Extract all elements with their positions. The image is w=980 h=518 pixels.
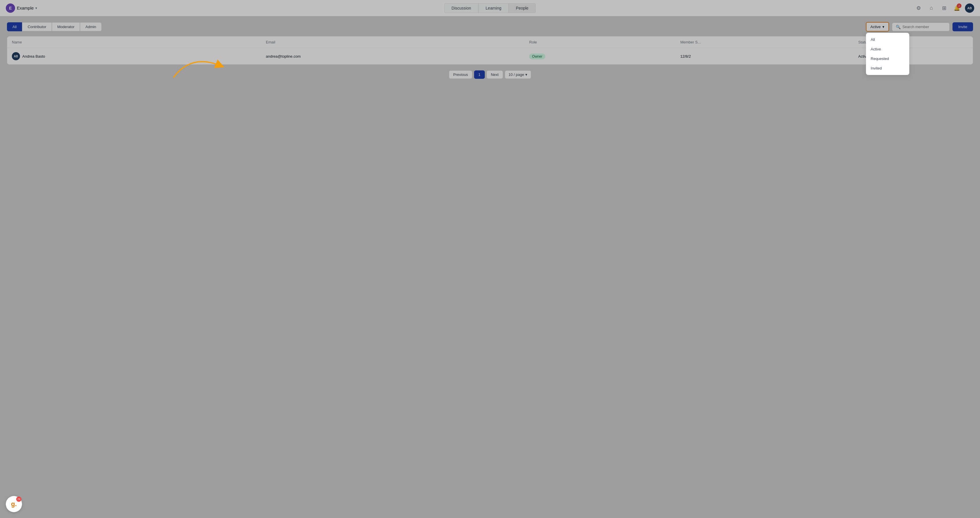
members-table-container: Name Email Role Member S... Status AB An… [7,36,973,65]
page-1-button[interactable]: 1 [474,70,485,79]
filter-bar: All Contributor Moderator Admin Active ▾… [7,22,973,32]
gear-button[interactable]: ⚙ [914,3,923,13]
topbar-right: ⚙ ⌂ ⊞ 🔔 2 AB [490,3,974,13]
invite-button[interactable]: Invite [953,22,973,31]
main-content: All Contributor Moderator Admin Active ▾… [0,16,980,90]
filter-tab-moderator[interactable]: Moderator [52,22,80,31]
col-role: Role [525,37,676,48]
dropdown-item-active[interactable]: Active [866,44,909,54]
topbar-left: E Example ▾ [6,3,490,13]
search-box: 🔍 [892,22,950,31]
badge-icon: g. [11,500,17,508]
home-button[interactable]: ⌂ [927,3,936,13]
pagination: Previous 1 Next 10 / page ▾ [7,65,973,84]
gear-icon: ⚙ [916,5,921,11]
user-avatar[interactable]: AB [965,3,974,13]
filter-right: Active ▾ All Active Requested Invited 🔍 … [866,22,973,32]
search-input[interactable] [902,25,946,29]
status-dropdown-menu: All Active Requested Invited [866,33,909,75]
status-dropdown-button[interactable]: Active ▾ [866,22,889,32]
nav-tabs: Discussion Learning People [444,3,536,13]
grid-button[interactable]: ⊞ [939,3,949,13]
role-badge: Owner [529,54,545,59]
member-name-cell: AB Andrea Basto [7,48,261,65]
member-since: 12/8/2 [676,48,853,65]
badge-count: 29 [16,497,21,502]
grid-icon: ⊞ [942,5,947,11]
dropdown-item-all[interactable]: All [866,35,909,44]
chevron-down-icon: ▾ [882,25,885,29]
member-name: Andrea Basto [22,54,45,59]
avatar: AB [12,52,20,60]
status-dropdown-label: Active [870,25,881,29]
filter-tab-admin[interactable]: Admin [80,22,102,31]
app-logo[interactable]: E [6,3,15,13]
dropdown-item-invited[interactable]: Invited [866,64,909,73]
bottom-badge[interactable]: g. 29 [6,496,22,512]
member-role: Owner [525,48,676,65]
home-icon: ⌂ [930,5,933,11]
search-icon: 🔍 [896,25,900,29]
status-dropdown[interactable]: Active ▾ All Active Requested Invited [866,22,889,32]
notification-badge: 2 [957,3,961,8]
next-button[interactable]: Next [487,70,503,79]
app-name: Example [17,5,33,10]
col-member-since: Member S... [676,37,853,48]
per-page-chevron-icon: ▾ [525,72,527,77]
app-chevron-icon[interactable]: ▾ [35,6,37,10]
notification-button[interactable]: 🔔 2 [952,3,961,13]
nav-tab-discussion[interactable]: Discussion [444,3,479,13]
role-filter-tabs: All Contributor Moderator Admin [7,22,102,31]
filter-tab-all[interactable]: All [7,22,22,31]
previous-button[interactable]: Previous [449,70,473,79]
col-name: Name [7,37,261,48]
nav-tab-people[interactable]: People [509,3,536,13]
member-email: andrea@topline.com [261,48,525,65]
table-row: AB Andrea Basto andrea@topline.com Owner… [7,48,973,65]
members-table: Name Email Role Member S... Status AB An… [7,37,973,64]
nav-tab-learning[interactable]: Learning [479,3,509,13]
dropdown-item-requested[interactable]: Requested [866,54,909,64]
col-email: Email [261,37,525,48]
table-header-row: Name Email Role Member S... Status [7,37,973,48]
per-page-button[interactable]: 10 / page ▾ [505,70,531,79]
topbar: E Example ▾ Discussion Learning People ⚙… [0,0,980,16]
filter-tab-contributor[interactable]: Contributor [22,22,51,31]
per-page-label: 10 / page [509,72,524,77]
